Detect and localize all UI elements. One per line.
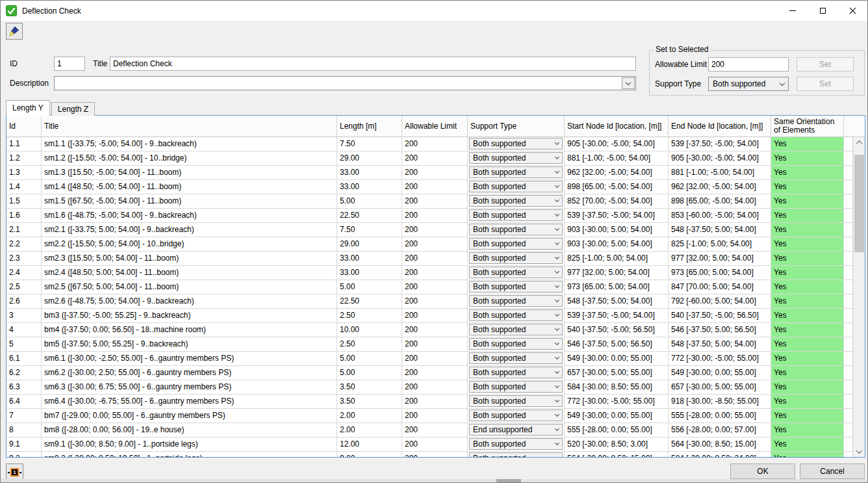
cell-filler <box>844 151 853 166</box>
support-type-cell-dropdown[interactable]: Both supported <box>469 452 563 457</box>
cell-id: 2.4 <box>6 266 42 280</box>
table-row[interactable]: 6.4sm6.4 ([-30.00; -6.75; 55.00] - 6..ga… <box>6 395 853 409</box>
table-row[interactable]: 6.1sm6.1 ([-30.00; -2.50; 55.00] - 6..ga… <box>6 352 853 366</box>
support-type-cell-dropdown[interactable]: Both supported <box>469 209 563 221</box>
cell-same-orientation: Yes <box>771 166 844 180</box>
cell-allowable-limit: 200 <box>402 266 468 280</box>
table-row[interactable]: 2.4sm2.4 ([48.50; 5.00; 54.00] - 11..boo… <box>6 266 853 280</box>
table-row[interactable]: 1.3sm1.3 ([15.50; -5.00; 54.00] - 11..bo… <box>6 166 853 180</box>
column-header-title[interactable]: Title <box>42 116 337 137</box>
cell-filler <box>844 237 853 252</box>
support-type-cell-dropdown[interactable]: Both supported <box>469 381 563 393</box>
column-header-end-node[interactable]: End Node Id [location, [m]] <box>669 116 771 137</box>
cell-length: 3.50 <box>337 395 402 409</box>
element-selection-button[interactable]: 1 <box>6 463 23 481</box>
table-row[interactable]: 1.4sm1.4 ([48.50; -5.00; 54.00] - 11..bo… <box>6 180 853 194</box>
tab-length-z[interactable]: Length Z <box>51 102 95 116</box>
table-row[interactable]: 1.5sm1.5 ([67.50; -5.00; 54.00] - 11..bo… <box>6 194 853 209</box>
allowable-limit-input[interactable] <box>708 57 789 72</box>
column-header-same-orientation[interactable]: Same Orientation of Elements <box>771 116 844 137</box>
table-row[interactable]: 2.3sm2.3 ([15.50; 5.00; 54.00] - 11..boo… <box>6 252 853 266</box>
column-header-allowable-limit[interactable]: Allowable Limit <box>402 116 468 137</box>
cell-support-type: End unsupported <box>468 423 565 437</box>
table-row[interactable]: 6.3sm6.3 ([-30.00; 6.75; 55.00] - 6..gau… <box>6 380 853 395</box>
support-type-cell-dropdown[interactable]: Both supported <box>469 224 563 235</box>
close-button[interactable] <box>837 1 867 21</box>
table-row[interactable]: 5bm5 ([-37.50; 5.00; 55.25] - 9..backrea… <box>6 337 853 352</box>
support-type-cell-value: Both supported <box>473 180 526 194</box>
support-type-set-button[interactable]: Set <box>797 77 854 91</box>
table-header: Id Title Length [m] Allowable Limit Supp… <box>6 116 865 137</box>
support-type-cell-dropdown[interactable]: Both supported <box>469 138 563 150</box>
support-type-cell-dropdown[interactable]: Both supported <box>469 152 563 164</box>
scroll-down-button[interactable] <box>854 446 865 457</box>
support-type-cell-dropdown[interactable]: Both supported <box>469 338 563 350</box>
support-type-cell-dropdown[interactable]: Both supported <box>469 367 563 378</box>
support-type-cell-dropdown[interactable]: Both supported <box>469 438 563 450</box>
table-row[interactable]: 2.6sm2.6 ([-48.75; 5.00; 54.00] - 9..bac… <box>6 294 853 309</box>
support-type-cell-value: Both supported <box>473 266 526 280</box>
scroll-up-button[interactable] <box>854 137 865 148</box>
cell-same-orientation: Yes <box>771 380 844 395</box>
chevron-down-icon <box>555 326 559 331</box>
description-dropdown-button[interactable] <box>622 77 635 89</box>
table-row[interactable]: 8bm8 ([-28.00; 0.00; 56.00] - 19..e hous… <box>6 423 853 437</box>
support-type-cell-dropdown[interactable]: Both supported <box>469 181 563 192</box>
description-combobox[interactable] <box>54 76 636 90</box>
support-type-cell-dropdown[interactable]: Both supported <box>469 410 563 421</box>
cell-start-node: 539 [-37.50; -5.00; 54.00] <box>565 209 669 223</box>
scrollbar-thumb[interactable] <box>854 155 864 252</box>
support-type-cell-value: Both supported <box>473 294 526 308</box>
table-row[interactable]: 1.6sm1.6 ([-48.75; -5.00; 54.00] - 9..ba… <box>6 209 853 223</box>
table-row[interactable]: 9.2sm9.2 ([-30.00; 8.50; 19.50] - 1..por… <box>6 452 853 457</box>
title-input[interactable] <box>110 57 636 71</box>
grid-body: 1.1sm1.1 ([-33.75; -5.00; 54.00] - 9..ba… <box>6 137 853 457</box>
cell-length: 33.00 <box>337 266 402 280</box>
table-row[interactable]: 6.2sm6.2 ([-30.00; 2.50; 55.00] - 6..gau… <box>6 366 853 380</box>
column-header-start-node[interactable]: Start Node Id [location, [m]] <box>565 116 669 137</box>
tab-length-y[interactable]: Length Y <box>6 100 50 116</box>
cell-allowable-limit: 200 <box>402 309 468 323</box>
support-type-cell-dropdown[interactable]: Both supported <box>469 324 563 335</box>
support-type-cell-dropdown[interactable]: Both supported <box>469 252 563 264</box>
support-type-cell-dropdown[interactable]: Both supported <box>469 195 563 207</box>
table-row[interactable]: 2.1sm2.1 ([-33.75; 5.00; 54.00] - 9..bac… <box>6 223 853 237</box>
cell-id: 9.1 <box>6 437 42 452</box>
support-type-cell-dropdown[interactable]: Both supported <box>469 352 563 364</box>
support-type-cell-dropdown[interactable]: Both supported <box>469 295 563 307</box>
table-row[interactable]: 4bm4 ([-37.50; 0.00; 56.50] - 18..machin… <box>6 323 853 337</box>
ok-button[interactable]: OK <box>730 463 795 479</box>
table-row[interactable]: 1.2sm1.2 ([-15.50; -5.00; 54.00] - 10..b… <box>6 151 853 166</box>
table-row[interactable]: 3bm3 ([-37.50; -5.00; 55.25] - 9..backre… <box>6 309 853 323</box>
id-input[interactable] <box>54 57 85 71</box>
column-header-id[interactable]: Id <box>6 116 42 137</box>
support-type-cell-dropdown[interactable]: Both supported <box>469 309 563 321</box>
maximize-button[interactable] <box>808 1 837 21</box>
minimize-button[interactable] <box>778 1 808 21</box>
support-type-cell-dropdown[interactable]: Both supported <box>469 281 563 293</box>
cell-filler <box>844 280 853 294</box>
column-header-length[interactable]: Length [m] <box>337 116 402 137</box>
cell-support-type: Both supported <box>468 294 565 309</box>
support-type-cell-dropdown[interactable]: Both supported <box>469 395 563 407</box>
table-row[interactable]: 9.1sm9.1 ([-30.00; 8.50; 9.00] - 1..port… <box>6 437 853 452</box>
cancel-button[interactable]: Cancel <box>800 463 865 479</box>
check-icon <box>6 5 17 16</box>
table-row[interactable]: 1.1sm1.1 ([-33.75; -5.00; 54.00] - 9..ba… <box>6 137 853 151</box>
table-row[interactable]: 2.2sm2.2 ([-15.50; 5.00; 54.00] - 10..br… <box>6 237 853 252</box>
support-type-cell-dropdown[interactable]: Both supported <box>469 166 563 178</box>
support-type-cell-dropdown[interactable]: Both supported <box>469 238 563 250</box>
column-header-support-type[interactable]: Support Type <box>468 116 565 137</box>
highlight-elements-button[interactable] <box>6 23 23 40</box>
chevron-down-icon <box>780 80 785 85</box>
support-type-label: Support Type <box>655 77 701 91</box>
vertical-scrollbar[interactable] <box>853 137 865 457</box>
support-type-combobox[interactable]: Both supported <box>708 77 789 91</box>
table-row[interactable]: 2.5sm2.5 ([67.50; 5.00; 54.00] - 11..boo… <box>6 280 853 294</box>
support-type-cell-dropdown[interactable]: End unsupported <box>469 424 563 436</box>
support-type-cell-dropdown[interactable]: Both supported <box>469 267 563 278</box>
cell-support-type: Both supported <box>468 395 565 409</box>
cell-allowable-limit: 200 <box>402 209 468 223</box>
allowable-limit-set-button[interactable]: Set <box>797 57 854 72</box>
table-row[interactable]: 7bm7 ([-29.00; 0.00; 55.00] - 6..gauntry… <box>6 409 853 423</box>
